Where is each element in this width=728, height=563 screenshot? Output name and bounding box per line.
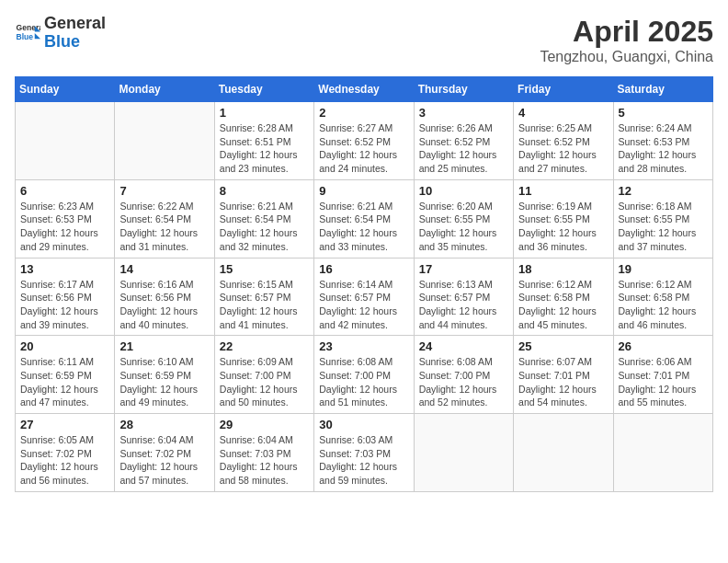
day-info: Sunrise: 6:17 AM Sunset: 6:56 PM Dayligh… [20,278,109,332]
calendar-cell: 7Sunrise: 6:22 AM Sunset: 6:54 PM Daylig… [115,179,214,258]
day-number: 27 [20,418,109,431]
calendar-cell: 3Sunrise: 6:26 AM Sunset: 6:52 PM Daylig… [414,102,513,180]
week-row-2: 6Sunrise: 6:23 AM Sunset: 6:53 PM Daylig… [16,179,713,258]
calendar-cell [613,414,712,492]
calendar-cell: 11Sunrise: 6:19 AM Sunset: 6:55 PM Dayli… [514,179,613,258]
calendar-cell: 6Sunrise: 6:23 AM Sunset: 6:53 PM Daylig… [16,179,115,258]
day-number: 26 [619,339,708,353]
day-info: Sunrise: 6:05 AM Sunset: 7:02 PM Dayligh… [20,433,109,488]
calendar-cell: 16Sunrise: 6:14 AM Sunset: 6:57 PM Dayli… [314,258,414,336]
day-info: Sunrise: 6:07 AM Sunset: 7:01 PM Dayligh… [518,355,608,409]
logo-text: General Blue [44,15,106,52]
weekday-header-friday: Friday [514,77,613,102]
week-row-4: 20Sunrise: 6:11 AM Sunset: 6:59 PM Dayli… [16,336,713,414]
calendar-cell: 10Sunrise: 6:20 AM Sunset: 6:55 PM Dayli… [414,179,513,258]
calendar-cell [16,102,115,180]
day-info: Sunrise: 6:12 AM Sunset: 6:58 PM Dayligh… [619,278,708,332]
day-info: Sunrise: 6:04 AM Sunset: 7:02 PM Dayligh… [119,433,209,488]
calendar-cell: 1Sunrise: 6:28 AM Sunset: 6:51 PM Daylig… [214,102,313,180]
day-number: 18 [518,262,608,276]
day-info: Sunrise: 6:21 AM Sunset: 6:54 PM Dayligh… [319,200,408,254]
logo-line2: Blue [44,32,80,51]
weekday-header-row: SundayMondayTuesdayWednesdayThursdayFrid… [16,77,713,102]
page-header: General Blue General Blue April 2025 Ten… [15,15,713,65]
weekday-header-monday: Monday [115,77,214,102]
day-info: Sunrise: 6:14 AM Sunset: 6:57 PM Dayligh… [319,278,408,332]
calendar-cell: 25Sunrise: 6:07 AM Sunset: 7:01 PM Dayli… [514,336,613,414]
day-number: 15 [220,262,309,276]
week-row-5: 27Sunrise: 6:05 AM Sunset: 7:02 PM Dayli… [16,414,713,492]
logo-icon: General Blue [15,20,40,46]
day-number: 5 [619,106,708,120]
weekday-header-wednesday: Wednesday [314,77,414,102]
day-number: 2 [319,106,408,120]
day-number: 28 [119,418,209,431]
day-info: Sunrise: 6:18 AM Sunset: 6:55 PM Dayligh… [619,200,708,254]
calendar-cell: 22Sunrise: 6:09 AM Sunset: 7:00 PM Dayli… [214,336,313,414]
calendar-cell: 17Sunrise: 6:13 AM Sunset: 6:57 PM Dayli… [414,258,513,336]
day-info: Sunrise: 6:21 AM Sunset: 6:54 PM Dayligh… [220,200,309,254]
calendar-cell: 9Sunrise: 6:21 AM Sunset: 6:54 PM Daylig… [314,179,414,258]
day-info: Sunrise: 6:28 AM Sunset: 6:51 PM Dayligh… [220,121,309,176]
title-block: April 2025 Tengzhou, Guangxi, China [540,15,713,65]
day-number: 14 [119,262,209,276]
day-number: 24 [419,339,508,353]
day-info: Sunrise: 6:04 AM Sunset: 7:03 PM Dayligh… [220,433,309,488]
day-number: 23 [319,339,408,353]
day-number: 4 [518,106,608,120]
day-info: Sunrise: 6:09 AM Sunset: 7:00 PM Dayligh… [220,355,309,409]
day-number: 13 [20,262,109,276]
calendar-cell: 23Sunrise: 6:08 AM Sunset: 7:00 PM Dayli… [314,336,414,414]
calendar-cell: 20Sunrise: 6:11 AM Sunset: 6:59 PM Dayli… [16,336,115,414]
day-number: 22 [220,339,309,353]
day-info: Sunrise: 6:23 AM Sunset: 6:53 PM Dayligh… [20,200,109,254]
calendar-cell: 12Sunrise: 6:18 AM Sunset: 6:55 PM Dayli… [613,179,712,258]
day-info: Sunrise: 6:22 AM Sunset: 6:54 PM Dayligh… [119,200,209,254]
day-number: 12 [619,184,708,198]
day-info: Sunrise: 6:25 AM Sunset: 6:52 PM Dayligh… [518,121,608,176]
day-info: Sunrise: 6:16 AM Sunset: 6:56 PM Dayligh… [119,278,209,332]
day-number: 30 [319,418,408,431]
day-info: Sunrise: 6:12 AM Sunset: 6:58 PM Dayligh… [518,278,608,332]
day-number: 3 [419,106,508,120]
logo: General Blue General Blue [15,15,106,52]
week-row-3: 13Sunrise: 6:17 AM Sunset: 6:56 PM Dayli… [16,258,713,336]
calendar-cell: 18Sunrise: 6:12 AM Sunset: 6:58 PM Dayli… [514,258,613,336]
calendar-cell: 21Sunrise: 6:10 AM Sunset: 6:59 PM Dayli… [115,336,214,414]
day-info: Sunrise: 6:10 AM Sunset: 6:59 PM Dayligh… [119,355,209,409]
day-number: 17 [419,262,508,276]
calendar-table: SundayMondayTuesdayWednesdayThursdayFrid… [15,76,713,492]
calendar-cell: 2Sunrise: 6:27 AM Sunset: 6:52 PM Daylig… [314,102,414,180]
day-info: Sunrise: 6:03 AM Sunset: 7:03 PM Dayligh… [319,433,408,488]
day-number: 21 [119,339,209,353]
day-info: Sunrise: 6:27 AM Sunset: 6:52 PM Dayligh… [319,121,408,176]
day-info: Sunrise: 6:24 AM Sunset: 6:53 PM Dayligh… [619,121,708,176]
day-number: 29 [220,418,309,431]
logo-line1: General [44,14,106,32]
calendar-cell: 14Sunrise: 6:16 AM Sunset: 6:56 PM Dayli… [115,258,214,336]
weekday-header-thursday: Thursday [414,77,513,102]
day-number: 11 [518,184,608,198]
day-info: Sunrise: 6:19 AM Sunset: 6:55 PM Dayligh… [518,200,608,254]
calendar-cell [414,414,513,492]
day-number: 16 [319,262,408,276]
day-info: Sunrise: 6:08 AM Sunset: 7:00 PM Dayligh… [319,355,408,409]
day-number: 10 [419,184,508,198]
calendar-cell: 13Sunrise: 6:17 AM Sunset: 6:56 PM Dayli… [16,258,115,336]
day-number: 20 [20,339,109,353]
calendar-cell: 28Sunrise: 6:04 AM Sunset: 7:02 PM Dayli… [115,414,214,492]
calendar-cell: 15Sunrise: 6:15 AM Sunset: 6:57 PM Dayli… [214,258,313,336]
day-number: 7 [119,184,209,198]
weekday-header-saturday: Saturday [613,77,712,102]
calendar-cell: 24Sunrise: 6:08 AM Sunset: 7:00 PM Dayli… [414,336,513,414]
calendar-cell: 4Sunrise: 6:25 AM Sunset: 6:52 PM Daylig… [514,102,613,180]
location-title: Tengzhou, Guangxi, China [540,49,713,65]
calendar-cell: 26Sunrise: 6:06 AM Sunset: 7:01 PM Dayli… [613,336,712,414]
month-title: April 2025 [540,15,713,49]
day-number: 8 [220,184,309,198]
calendar-cell: 5Sunrise: 6:24 AM Sunset: 6:53 PM Daylig… [613,102,712,180]
calendar-cell: 30Sunrise: 6:03 AM Sunset: 7:03 PM Dayli… [314,414,414,492]
calendar-cell: 29Sunrise: 6:04 AM Sunset: 7:03 PM Dayli… [214,414,313,492]
svg-text:Blue: Blue [17,32,34,41]
day-number: 25 [518,339,608,353]
